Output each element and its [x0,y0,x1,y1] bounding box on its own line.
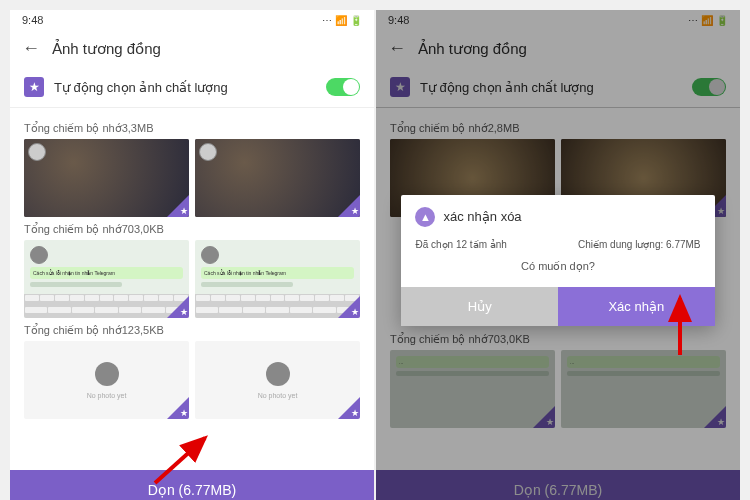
confirm-button[interactable]: Xác nhận [558,287,715,326]
selected-star-icon: ★ [180,408,188,418]
image-thumb[interactable]: No photo yet ★ [24,341,189,419]
dialog-selected-count: Đã chọn 12 tấm ảnh [415,239,506,250]
phone-right: 9:48 ⋯ 📶 🔋 ← Ảnh tương đồng ★ Tự động ch… [376,10,740,500]
selected-star-icon: ★ [351,408,359,418]
phone-left: 9:48 ⋯ 📶 🔋 ← Ảnh tương đồng ★ Tự động ch… [10,10,374,500]
image-thumb[interactable]: Cách sửa lỗi nhận tin nhắn Telegram ★ [195,240,360,318]
auto-quality-toggle[interactable] [326,78,360,96]
clean-button[interactable]: Dọn (6.77MB) [10,470,374,500]
confirm-delete-dialog: ▲ xác nhận xóa Đã chọn 12 tấm ảnh Chiếm … [401,195,714,326]
star-icon: ★ [24,77,44,97]
group-label: Tổng chiếm bộ nhớ3,3MB [24,122,360,135]
selected-star-icon: ★ [180,307,188,317]
dialog-question: Có muốn dọn? [415,260,700,273]
image-thumb[interactable]: No photo yet ★ [195,341,360,419]
page-title: Ảnh tương đồng [52,40,161,58]
modal-overlay: ▲ xác nhận xóa Đã chọn 12 tấm ảnh Chiếm … [376,10,740,500]
status-icons: ⋯ 📶 🔋 [322,15,362,26]
image-thumb[interactable]: Cách sửa lỗi nhận tin nhắn Telegram ★ [24,240,189,318]
image-thumb[interactable]: ★ [195,139,360,217]
content-scroll[interactable]: Tổng chiếm bộ nhớ3,3MB ★ ★ Tổng chiếm bộ… [10,108,374,470]
app-header: ← Ảnh tương đồng [10,30,374,67]
auto-quality-label: Tự động chọn ảnh chất lượng [54,80,316,95]
dialog-title: xác nhận xóa [443,209,521,224]
cancel-button[interactable]: Hủy [401,287,558,326]
back-icon[interactable]: ← [22,38,40,59]
status-time: 9:48 [22,14,43,26]
group-label: Tổng chiếm bộ nhớ123,5KB [24,324,360,337]
auto-quality-row: ★ Tự động chọn ảnh chất lượng [10,67,374,108]
image-thumb[interactable]: ★ [24,139,189,217]
selected-star-icon: ★ [351,307,359,317]
selected-star-icon: ★ [351,206,359,216]
dialog-size: Chiếm dung lượng: 6.77MB [578,239,701,250]
dialog-icon: ▲ [415,207,435,227]
group-label: Tổng chiếm bộ nhớ703,0KB [24,223,360,236]
status-bar: 9:48 ⋯ 📶 🔋 [10,10,374,30]
selected-star-icon: ★ [180,206,188,216]
